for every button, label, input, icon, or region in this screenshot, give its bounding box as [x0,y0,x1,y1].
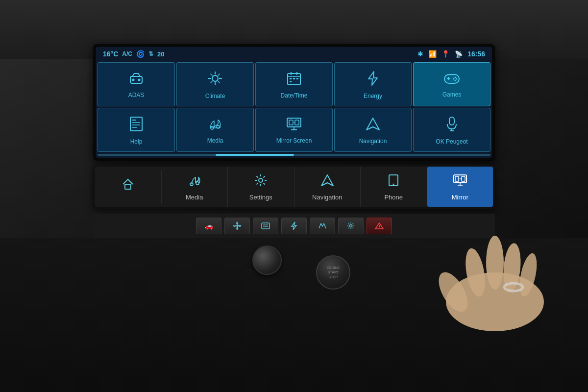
energy-label: Energy [364,93,382,99]
main-screen: 16°C A/C 🌀 ⇅ 20 ✱ 📶 📍 📡 [96,47,492,158]
tile-help[interactable]: Help [98,108,175,152]
svg-rect-36 [295,120,299,125]
svg-line-9 [218,81,220,83]
car-interior: 16°C A/C 🌀 ⇅ 20 ✱ 📶 📍 📡 [0,0,588,392]
navigation-label: Navigation [359,138,387,145]
svg-rect-16 [290,78,292,79]
airflow-icon: ⇅ [148,50,153,57]
svg-point-48 [259,178,263,182]
navigation-icon [366,117,380,134]
phys-btn-hazard[interactable] [367,218,392,234]
physical-controls: 🚗 [93,214,495,238]
mic-icon [446,116,458,134]
mirror-icon [286,117,302,133]
nav-phone-label: Phone [384,194,403,201]
svg-line-10 [218,74,220,75]
tile-games[interactable]: Games [413,62,490,106]
tile-mirrorscreen[interactable]: Mirror Screen [255,108,333,152]
start-btn-line2: START [328,270,339,274]
svg-rect-42 [449,117,454,125]
start-stop-area: ENGINE START STOP [316,255,350,290]
start-btn-line1: ENGINE [327,266,340,270]
start-btn-line3: STOP [329,275,338,279]
nav-navigation-icon [320,173,334,191]
svg-point-2 [138,78,141,81]
phys-btn-lane[interactable] [310,218,335,234]
svg-rect-52 [455,176,459,181]
svg-rect-17 [293,78,295,79]
ac-label: A/C [122,50,132,57]
svg-rect-18 [296,78,298,79]
datetime-icon [287,71,301,88]
nav-media-label: Media [186,194,203,201]
adas-label: ADAS [128,92,145,98]
nav-music-icon [188,173,201,191]
tile-navigation[interactable]: Navigation [334,108,412,152]
nav-mirror-icon [453,173,467,191]
svg-point-3 [212,75,218,81]
phys-btn-heat[interactable] [253,218,278,234]
nav-settings-label: Settings [249,194,272,201]
tile-datetime[interactable]: Date/Time [255,62,333,106]
svg-point-1 [132,78,135,81]
media-label: Media [207,137,223,144]
svg-rect-35 [289,120,293,125]
energy-icon [367,71,379,89]
nav-home[interactable] [95,171,162,203]
adas-icon [128,72,144,88]
nav-media[interactable]: Media [162,167,228,207]
nav-panel: Media Settings Naviga [93,165,495,209]
signal-icon: 📡 [455,50,463,58]
phys-btn-settings[interactable] [338,218,364,234]
home-icon [121,177,135,195]
main-screen-bezel: 16°C A/C 🌀 ⇅ 20 ✱ 📶 📍 📡 [93,44,495,161]
help-icon [129,116,143,134]
nav-navigation-label: Navigation [312,194,342,201]
app-grid-row1: ADAS [96,61,492,108]
status-bar: 16°C A/C 🌀 ⇅ 20 ✱ 📶 📍 📡 [96,47,492,61]
svg-marker-49 [321,175,333,186]
mirrorscreen-label: Mirror Screen [276,137,312,144]
tile-okpeugeot[interactable]: OK Peugeot [413,108,490,152]
tile-adas[interactable]: ADAS [98,62,175,106]
phone-icon [387,173,400,191]
left-knob[interactable] [252,245,282,275]
status-left: 16°C A/C 🌀 ⇅ 20 [103,50,164,58]
svg-marker-41 [367,118,379,130]
svg-point-24 [456,78,458,79]
phys-btn-ev[interactable] [281,218,307,234]
svg-rect-19 [290,81,292,82]
svg-point-26 [455,79,456,81]
tile-climate[interactable]: Climate [176,62,254,106]
bluetooth-icon: ✱ [417,50,423,58]
datetime-label: Date/Time [281,92,308,99]
svg-rect-45 [125,184,131,189]
climate-label: Climate [205,93,225,99]
climate-icon [207,71,223,89]
phys-btn-car[interactable]: 🚗 [196,218,221,234]
nav-settings[interactable]: Settings [228,167,294,207]
svg-point-25 [453,78,455,79]
nav-mirror-label: Mirror [452,194,468,201]
clock: 16:56 [467,50,485,58]
dashboard-bottom: ENGINE START STOP [0,238,588,392]
svg-point-64 [379,227,380,228]
svg-point-23 [455,76,456,78]
phys-btn-fan[interactable] [224,218,250,234]
nav-navigation[interactable]: Navigation [294,167,361,207]
svg-rect-58 [262,223,270,229]
settings-icon [254,173,268,191]
tile-energy[interactable]: Energy [334,62,412,106]
okpeugeot-label: OK Peugeot [436,138,467,145]
tile-media[interactable]: Media [176,108,254,152]
svg-rect-53 [462,176,465,181]
nav-panel-inner: Media Settings Naviga [95,167,493,207]
svg-line-8 [211,74,213,75]
fan-speed: 20 [157,50,164,58]
engine-start-stop[interactable]: ENGINE START STOP [316,255,350,290]
wifi-icon: 📶 [428,50,437,58]
svg-point-50 [393,184,394,185]
nav-phone[interactable]: Phone [361,167,427,207]
nav-mirror[interactable]: Mirror [427,167,493,207]
fan-icon: 🌀 [136,50,145,58]
